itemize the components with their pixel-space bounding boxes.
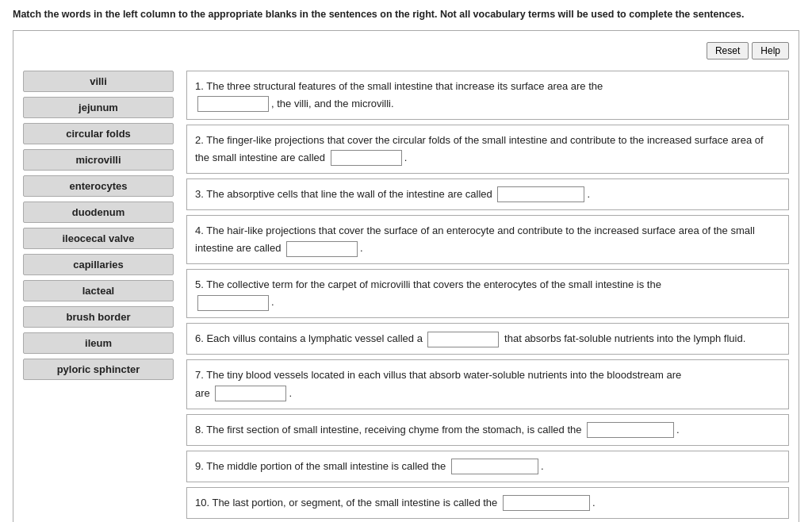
sentence-text: 9. The middle portion of the small intes… — [195, 460, 544, 472]
sentence-box: 4. The hair-like projections that cover … — [186, 215, 789, 264]
sentence-text: 10. The last portion, or segment, of the… — [195, 497, 596, 509]
sentence-box: 6. Each villus contains a lymphatic vess… — [186, 323, 789, 355]
sentence-text-after: . — [271, 296, 274, 308]
sentence-text: 3. The absorptive cells that line the wa… — [195, 188, 590, 200]
vocab-item[interactable]: ileum — [23, 332, 174, 354]
reset-button[interactable]: Reset — [707, 42, 749, 59]
page-container: Match the words in the left column to th… — [0, 0, 812, 522]
blank-input[interactable] — [215, 386, 286, 401]
help-button[interactable]: Help — [752, 42, 789, 59]
instructions-text: Match the words in the left column to th… — [13, 8, 799, 22]
blank-input[interactable] — [451, 459, 538, 474]
sentence-text: 5. The collective term for the carpet of… — [195, 278, 661, 290]
blank-input[interactable] — [587, 422, 674, 438]
vocab-item[interactable]: pyloric sphincter — [23, 359, 174, 380]
vocab-item[interactable]: jejunum — [23, 97, 174, 118]
vocab-item[interactable]: villi — [23, 71, 174, 92]
vocab-item[interactable]: lacteal — [23, 280, 174, 301]
sentence-text: 6. Each villus contains a lymphatic vess… — [195, 332, 745, 344]
sentence-box: 10. The last portion, or segment, of the… — [186, 487, 789, 519]
sentence-box: 3. The absorptive cells that line the wa… — [186, 178, 789, 210]
vocab-item[interactable]: ileocecal valve — [23, 228, 174, 249]
vocab-item[interactable]: microvilli — [23, 149, 174, 171]
sentence-box: 2. The finger-like projections that cove… — [186, 125, 789, 174]
content-area: villijejunumcircular foldsmicrovilliente… — [23, 71, 789, 519]
toolbar: Reset Help — [23, 42, 789, 59]
sentence-text: 4. The hair-like projections that cover … — [195, 225, 755, 254]
sentence-box: 9. The middle portion of the small intes… — [186, 451, 789, 482]
sentence-box: 1. The three structural features of the … — [186, 71, 789, 120]
sentence-text: 2. The finger-like projections that cove… — [195, 134, 764, 163]
main-panel: Reset Help villijejunumcircular foldsmic… — [13, 30, 799, 523]
vocab-item[interactable]: enterocytes — [23, 175, 174, 197]
sentence-text: 1. The three structural features of the … — [195, 80, 603, 92]
vocab-item[interactable]: capillaries — [23, 254, 174, 275]
sentence-text: 7. The tiny blood vessels located in eac… — [195, 369, 681, 381]
sentences-column: 1. The three structural features of the … — [186, 71, 789, 519]
blank-input[interactable] — [427, 332, 499, 347]
blank-input[interactable] — [197, 96, 269, 112]
sentence-text-after: , the villi, and the microvilli. — [271, 98, 394, 109]
blank-input[interactable] — [286, 241, 358, 257]
sentence-text: 8. The first section of small intestine,… — [195, 424, 680, 436]
blank-input[interactable] — [497, 186, 584, 202]
vocab-item[interactable]: duodenum — [23, 202, 174, 223]
vocabulary-column: villijejunumcircular foldsmicrovilliente… — [23, 71, 174, 519]
blank-input[interactable] — [331, 150, 402, 166]
vocab-item[interactable]: brush border — [23, 306, 174, 328]
blank-input[interactable] — [197, 295, 269, 311]
blank-input[interactable] — [503, 495, 590, 511]
sentence-box: 8. The first section of small intestine,… — [186, 414, 789, 446]
sentence-box: 7. The tiny blood vessels located in eac… — [186, 359, 789, 409]
sentence-box: 5. The collective term for the carpet of… — [186, 269, 789, 318]
vocab-item[interactable]: circular folds — [23, 123, 174, 144]
sentence-text-2: are . — [195, 387, 292, 399]
